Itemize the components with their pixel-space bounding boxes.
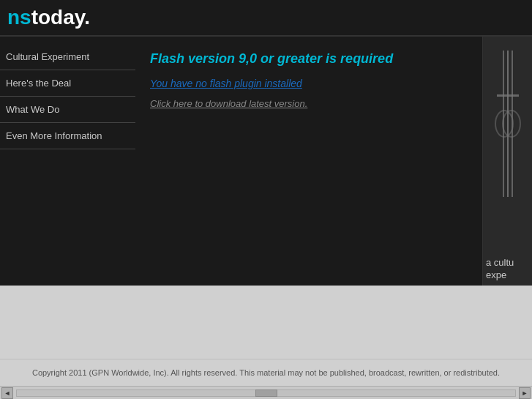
sidebar: Cultural Experiment Here's the Deal What… xyxy=(0,37,135,286)
flash-no-plugin-link[interactable]: You have no flash plugin installed xyxy=(150,78,468,89)
scroll-track[interactable] xyxy=(16,389,516,397)
main-wrapper: Cultural Experiment Here's the Deal What… xyxy=(0,37,532,286)
sidebar-item-heres-the-deal[interactable]: Here's the Deal xyxy=(0,70,135,97)
scroll-thumb[interactable] xyxy=(255,389,277,397)
right-panel-text: a cultu expe xyxy=(483,253,532,286)
svg-rect-3 xyxy=(497,94,519,97)
sidebar-item-cultural-experiment[interactable]: Cultural Experiment xyxy=(0,44,135,70)
logo-ns: ns xyxy=(7,6,31,29)
horizontal-scrollbar[interactable]: ◄ ► xyxy=(0,386,532,399)
sidebar-item-even-more-information[interactable]: Even More Information xyxy=(0,123,135,149)
logo-today: today. xyxy=(31,6,90,29)
site-logo[interactable]: nstoday. xyxy=(7,6,90,29)
footer: Copyright 2011 (GPN Worldwide, Inc). All… xyxy=(0,359,532,386)
right-panel: a cultu expe xyxy=(482,37,532,286)
scroll-left-arrow[interactable]: ◄ xyxy=(1,387,13,399)
violin-image xyxy=(483,37,532,211)
flash-download-link[interactable]: Click here to download latest version. xyxy=(150,98,468,109)
svg-rect-1 xyxy=(507,51,509,197)
sidebar-item-what-we-do[interactable]: What We Do xyxy=(0,97,135,123)
scroll-right-arrow[interactable]: ► xyxy=(519,387,531,399)
copyright-text: Copyright 2011 (GPN Worldwide, Inc). All… xyxy=(32,368,500,377)
gray-area xyxy=(0,286,532,359)
flash-error-title: Flash version 9,0 or greater is required xyxy=(150,51,468,67)
header: nstoday. xyxy=(0,0,532,37)
main-content: Flash version 9,0 or greater is required… xyxy=(135,37,482,286)
